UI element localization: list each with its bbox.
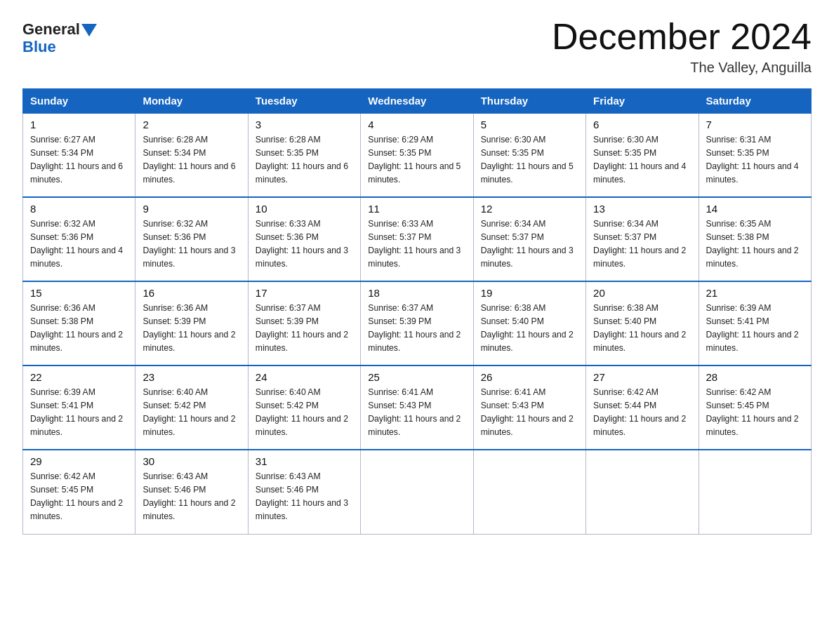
calendar-cell: 27 Sunrise: 6:42 AMSunset: 5:44 PMDaylig… (586, 365, 699, 450)
day-number: 11 (368, 203, 465, 215)
day-info: Sunrise: 6:38 AMSunset: 5:40 PMDaylight:… (481, 302, 578, 355)
title-block: December 2024 The Valley, Anguilla (552, 17, 812, 76)
day-info: Sunrise: 6:39 AMSunset: 5:41 PMDaylight:… (30, 386, 128, 439)
calendar-cell: 14 Sunrise: 6:35 AMSunset: 5:38 PMDaylig… (699, 197, 811, 281)
day-number: 20 (593, 287, 691, 299)
day-number: 16 (143, 287, 240, 299)
day-info: Sunrise: 6:37 AMSunset: 5:39 PMDaylight:… (256, 302, 353, 355)
day-number: 25 (368, 371, 465, 383)
day-info: Sunrise: 6:42 AMSunset: 5:45 PMDaylight:… (706, 386, 804, 439)
calendar-week-row: 1 Sunrise: 6:27 AMSunset: 5:34 PMDayligh… (23, 113, 812, 197)
day-number: 9 (143, 203, 240, 215)
calendar-cell: 15 Sunrise: 6:36 AMSunset: 5:38 PMDaylig… (23, 281, 135, 365)
day-number: 8 (30, 203, 128, 215)
calendar-cell: 12 Sunrise: 6:34 AMSunset: 5:37 PMDaylig… (473, 197, 585, 281)
calendar-table: SundayMondayTuesdayWednesdayThursdayFrid… (22, 88, 812, 535)
day-number: 30 (143, 455, 240, 467)
day-number: 27 (593, 371, 691, 383)
calendar-cell: 25 Sunrise: 6:41 AMSunset: 5:43 PMDaylig… (361, 365, 473, 450)
day-info: Sunrise: 6:36 AMSunset: 5:39 PMDaylight:… (143, 302, 240, 355)
calendar-cell: 1 Sunrise: 6:27 AMSunset: 5:34 PMDayligh… (23, 113, 135, 197)
logo: General Blue (22, 21, 97, 56)
day-number: 13 (593, 203, 691, 215)
calendar-cell: 3 Sunrise: 6:28 AMSunset: 5:35 PMDayligh… (248, 113, 360, 197)
calendar-cell: 9 Sunrise: 6:32 AMSunset: 5:36 PMDayligh… (135, 197, 248, 281)
day-number: 2 (143, 119, 240, 130)
month-title: December 2024 (552, 17, 812, 57)
day-info: Sunrise: 6:43 AMSunset: 5:46 PMDaylight:… (256, 470, 353, 523)
day-number: 23 (143, 371, 240, 383)
calendar-week-row: 8 Sunrise: 6:32 AMSunset: 5:36 PMDayligh… (23, 197, 812, 281)
calendar-cell: 23 Sunrise: 6:40 AMSunset: 5:42 PMDaylig… (135, 365, 248, 450)
day-info: Sunrise: 6:27 AMSunset: 5:34 PMDaylight:… (30, 133, 128, 187)
day-info: Sunrise: 6:34 AMSunset: 5:37 PMDaylight:… (593, 217, 691, 271)
day-number: 19 (481, 287, 578, 299)
day-number: 26 (481, 371, 578, 383)
day-number: 10 (256, 203, 353, 215)
logo-triangle-icon (81, 24, 97, 36)
day-number: 18 (368, 287, 465, 299)
day-info: Sunrise: 6:43 AMSunset: 5:46 PMDaylight:… (143, 470, 240, 523)
day-number: 31 (256, 455, 353, 467)
day-info: Sunrise: 6:38 AMSunset: 5:40 PMDaylight:… (593, 302, 691, 355)
day-number: 4 (368, 119, 465, 130)
day-info: Sunrise: 6:36 AMSunset: 5:38 PMDaylight:… (30, 302, 128, 355)
weekday-header-saturday: Saturday (699, 89, 811, 114)
day-info: Sunrise: 6:30 AMSunset: 5:35 PMDaylight:… (481, 133, 578, 187)
day-info: Sunrise: 6:34 AMSunset: 5:37 PMDaylight:… (481, 217, 578, 271)
calendar-cell: 10 Sunrise: 6:33 AMSunset: 5:36 PMDaylig… (248, 197, 360, 281)
day-number: 6 (593, 119, 691, 130)
day-info: Sunrise: 6:31 AMSunset: 5:35 PMDaylight:… (706, 133, 804, 187)
day-info: Sunrise: 6:41 AMSunset: 5:43 PMDaylight:… (481, 386, 578, 439)
calendar-cell (473, 450, 585, 534)
weekday-header-wednesday: Wednesday (361, 89, 473, 114)
day-info: Sunrise: 6:37 AMSunset: 5:39 PMDaylight:… (368, 302, 465, 355)
day-number: 22 (30, 371, 128, 383)
calendar-cell: 18 Sunrise: 6:37 AMSunset: 5:39 PMDaylig… (361, 281, 473, 365)
calendar-cell: 6 Sunrise: 6:30 AMSunset: 5:35 PMDayligh… (586, 113, 699, 197)
day-number: 21 (706, 287, 804, 299)
day-number: 14 (706, 203, 804, 215)
logo-general: General (22, 21, 80, 38)
calendar-cell: 13 Sunrise: 6:34 AMSunset: 5:37 PMDaylig… (586, 197, 699, 281)
day-info: Sunrise: 6:33 AMSunset: 5:36 PMDaylight:… (256, 217, 353, 271)
svg-marker-0 (81, 24, 97, 36)
calendar-cell (586, 450, 699, 534)
calendar-cell: 19 Sunrise: 6:38 AMSunset: 5:40 PMDaylig… (473, 281, 585, 365)
day-number: 17 (256, 287, 353, 299)
weekday-header-monday: Monday (135, 89, 248, 114)
day-info: Sunrise: 6:30 AMSunset: 5:35 PMDaylight:… (593, 133, 691, 187)
day-number: 1 (30, 119, 128, 130)
calendar-cell: 31 Sunrise: 6:43 AMSunset: 5:46 PMDaylig… (248, 450, 360, 534)
day-number: 12 (481, 203, 578, 215)
day-info: Sunrise: 6:32 AMSunset: 5:36 PMDaylight:… (30, 217, 128, 271)
day-info: Sunrise: 6:32 AMSunset: 5:36 PMDaylight:… (143, 217, 240, 271)
day-number: 15 (30, 287, 128, 299)
calendar-week-row: 15 Sunrise: 6:36 AMSunset: 5:38 PMDaylig… (23, 281, 812, 365)
weekday-header-thursday: Thursday (473, 89, 585, 114)
day-info: Sunrise: 6:40 AMSunset: 5:42 PMDaylight:… (256, 386, 353, 439)
day-info: Sunrise: 6:28 AMSunset: 5:34 PMDaylight:… (143, 133, 240, 187)
calendar-cell (699, 450, 811, 534)
location-subtitle: The Valley, Anguilla (552, 60, 812, 76)
day-info: Sunrise: 6:42 AMSunset: 5:45 PMDaylight:… (30, 470, 128, 523)
calendar-cell: 29 Sunrise: 6:42 AMSunset: 5:45 PMDaylig… (23, 450, 135, 534)
calendar-cell: 28 Sunrise: 6:42 AMSunset: 5:45 PMDaylig… (699, 365, 811, 450)
calendar-cell: 16 Sunrise: 6:36 AMSunset: 5:39 PMDaylig… (135, 281, 248, 365)
calendar-cell: 5 Sunrise: 6:30 AMSunset: 5:35 PMDayligh… (473, 113, 585, 197)
day-info: Sunrise: 6:33 AMSunset: 5:37 PMDaylight:… (368, 217, 465, 271)
page-header: General Blue December 2024 The Valley, A… (22, 17, 812, 76)
calendar-cell: 21 Sunrise: 6:39 AMSunset: 5:41 PMDaylig… (699, 281, 811, 365)
day-info: Sunrise: 6:29 AMSunset: 5:35 PMDaylight:… (368, 133, 465, 187)
day-info: Sunrise: 6:35 AMSunset: 5:38 PMDaylight:… (706, 217, 804, 271)
calendar-cell (361, 450, 473, 534)
day-info: Sunrise: 6:40 AMSunset: 5:42 PMDaylight:… (143, 386, 240, 439)
day-info: Sunrise: 6:28 AMSunset: 5:35 PMDaylight:… (256, 133, 353, 187)
day-number: 3 (256, 119, 353, 130)
calendar-cell: 26 Sunrise: 6:41 AMSunset: 5:43 PMDaylig… (473, 365, 585, 450)
calendar-cell: 2 Sunrise: 6:28 AMSunset: 5:34 PMDayligh… (135, 113, 248, 197)
calendar-week-row: 29 Sunrise: 6:42 AMSunset: 5:45 PMDaylig… (23, 450, 812, 534)
calendar-cell: 17 Sunrise: 6:37 AMSunset: 5:39 PMDaylig… (248, 281, 360, 365)
logo-blue: Blue (22, 38, 56, 55)
day-info: Sunrise: 6:41 AMSunset: 5:43 PMDaylight:… (368, 386, 465, 439)
